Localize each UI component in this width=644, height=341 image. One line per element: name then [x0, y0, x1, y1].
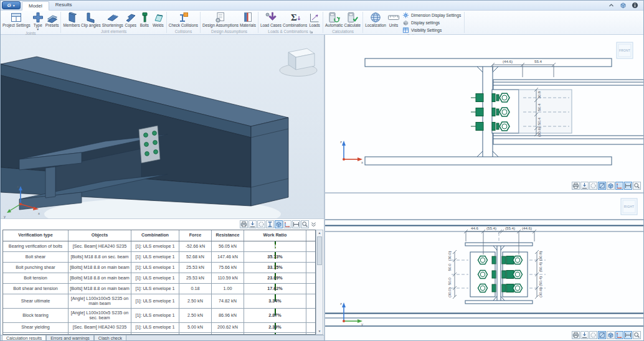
- dimension-toggle-button[interactable]: [624, 331, 632, 339]
- bolts-button[interactable]: Bolts: [138, 11, 151, 28]
- info-icon[interactable]: [632, 2, 638, 9]
- export-button[interactable]: [580, 182, 589, 190]
- button-label: Members: [63, 24, 80, 28]
- 3d-viewport[interactable]: z x y: [1, 35, 324, 218]
- clip-angles-button[interactable]: Clip angles: [80, 11, 102, 28]
- dimension-toggle-button[interactable]: [624, 182, 632, 190]
- gear-icon: [402, 12, 409, 19]
- right-view-toolbar: [572, 331, 641, 339]
- clip-angles-icon: [85, 11, 97, 24]
- type-button[interactable]: Type ▼: [31, 11, 45, 31]
- copes-button[interactable]: Copes: [124, 11, 138, 28]
- group-label: Calculations: [324, 29, 361, 34]
- button-label: Presets: [45, 24, 59, 28]
- collapse-panel-button[interactable]: [310, 220, 318, 228]
- export-button[interactable]: [249, 220, 257, 228]
- axis-view-button[interactable]: [615, 331, 623, 339]
- welds-button[interactable]: Welds: [151, 11, 165, 28]
- presets-button[interactable]: Presets: [45, 11, 60, 28]
- selection-circle-button[interactable]: [589, 182, 597, 190]
- table-row[interactable]: Bearing verification of bolts[Sec. Beam]…: [3, 241, 315, 252]
- main-member-outline: [365, 58, 612, 165]
- tab-clash-check[interactable]: Clash check: [94, 335, 126, 341]
- table-row[interactable]: Bolt punching shear[Bolts] M18 8.8 on ma…: [3, 263, 315, 273]
- col-work-ratio: Work Ratio: [244, 230, 306, 241]
- application-menu-button[interactable]: G ▼: [2, 1, 21, 9]
- shortenings-icon: [107, 11, 119, 24]
- table-row[interactable]: Block tearing[Angle] L100x100x5 S235 on …: [3, 309, 315, 323]
- tab-model[interactable]: Model: [22, 1, 49, 11]
- work-ratio-cell: 33.75%: [244, 263, 306, 273]
- tab-errors-and-warnings[interactable]: Errors and warnings: [46, 335, 94, 341]
- print-button[interactable]: [572, 331, 580, 339]
- section-view-button[interactable]: [598, 182, 606, 190]
- beam-section-button[interactable]: [266, 220, 274, 228]
- zoom-window-button[interactable]: [633, 182, 641, 190]
- ribbon-group-joint-elements: Members Clip angles Shortenings Copes Bo…: [61, 11, 166, 34]
- scroll-up-icon[interactable]: ▲: [318, 230, 321, 236]
- dim-label: 50.0: [447, 263, 452, 271]
- shortenings-button[interactable]: Shortenings: [102, 11, 124, 28]
- work-ratio-cell: 2.87%: [244, 309, 306, 322]
- dimension-toggle-button[interactable]: [292, 220, 300, 228]
- localization-icon: [369, 11, 382, 24]
- selection-circle-button[interactable]: [257, 220, 265, 228]
- collapse-ribbon-icon[interactable]: [608, 2, 615, 9]
- right-view-drawing: 44.6 (55.4) (55.4) (44.6) (30.0) 50.0 50…: [325, 194, 644, 341]
- solid-view-button[interactable]: [275, 220, 283, 228]
- dialog-launcher-icon[interactable]: [310, 30, 313, 34]
- members-button[interactable]: Members: [62, 11, 80, 28]
- combinations-button[interactable]: Σ Combinations: [282, 11, 308, 28]
- project-settings-button[interactable]: Project Settings: [2, 11, 31, 28]
- solid-view-button[interactable]: [607, 331, 615, 339]
- button-label: Load Cases: [260, 24, 282, 28]
- dim-label: (50.4): [538, 262, 542, 272]
- check-collisions-button[interactable]: Check Collisions: [168, 11, 199, 28]
- dim-label: (30.6): [538, 287, 542, 297]
- table-row[interactable]: Shear yielding[Sec. Beam] HEA240 S235[1]…: [3, 323, 315, 333]
- table-row[interactable]: Shear ultimate[Angle] L100x100x5 S235 on…: [3, 294, 315, 309]
- front-view-panel[interactable]: (44.6) 55.4 30.8 50.4 50.4 (30.6) FRONT: [325, 35, 644, 192]
- zoom-window-button[interactable]: [633, 331, 641, 339]
- addins-icon[interactable]: [620, 2, 627, 9]
- automatic-button[interactable]: Automatic: [324, 11, 343, 28]
- axis-x-label: x: [38, 212, 40, 215]
- table-row[interactable]: Bolt shear and tension[Bolts] M18 8.8 on…: [3, 284, 315, 294]
- design-assumptions-button[interactable]: Design Assumptions: [202, 11, 239, 28]
- solid-view-button[interactable]: [607, 182, 615, 190]
- axis-view-button[interactable]: [615, 182, 623, 190]
- selection-circle-button[interactable]: [589, 331, 597, 339]
- load-cases-button[interactable]: Load Cases: [260, 11, 282, 28]
- scrollbar-thumb[interactable]: [317, 236, 322, 265]
- table-row[interactable]: Bolt tension[Bolts] M18 8.8 on main beam…: [3, 273, 315, 284]
- view-orientation-badge[interactable]: FRONT: [617, 42, 633, 58]
- tab-calculation-results[interactable]: Calculation results: [2, 335, 46, 341]
- print-button[interactable]: [240, 220, 248, 228]
- table-scrollbar[interactable]: ▲ ▼: [316, 230, 323, 335]
- print-button[interactable]: [572, 182, 580, 190]
- calculate-button[interactable]: Calculate: [344, 11, 362, 28]
- ribbon-tab-bar: G ▼ Model Results: [1, 1, 643, 11]
- zoom-window-button[interactable]: [301, 220, 309, 228]
- units-button[interactable]: Units: [387, 11, 400, 28]
- export-button[interactable]: [580, 331, 589, 339]
- localization-button[interactable]: Localization: [364, 11, 387, 28]
- loads-button[interactable]: Loads: [308, 11, 321, 28]
- scroll-down-icon[interactable]: ▼: [318, 329, 321, 334]
- table-row[interactable]: Bolt shear[Bolts] M18 8.8 on sec. beam[1…: [3, 252, 315, 263]
- right-view-panel[interactable]: 44.6 (55.4) (55.4) (44.6) (30.0) 50.0 50…: [325, 194, 644, 341]
- dim-label: 50.0: [447, 277, 452, 285]
- section-view-button[interactable]: [598, 331, 606, 339]
- display-settings-item[interactable]: Display settings: [400, 19, 463, 26]
- tab-results[interactable]: Results: [49, 1, 78, 10]
- options-settings-stack: Dimension Display Settings Display setti…: [400, 11, 463, 34]
- dimension-display-settings-item[interactable]: Dimension Display Settings: [400, 12, 463, 19]
- presets-icon: [46, 11, 59, 24]
- col-spacer: [306, 230, 315, 241]
- materials-button[interactable]: Materials: [239, 11, 257, 28]
- results-table-toolbar: [1, 218, 324, 230]
- axis-view-button[interactable]: [283, 220, 291, 228]
- bottom-tab-bar: Calculation results Errors and warnings …: [1, 335, 324, 341]
- visibility-settings-item[interactable]: Visibility Settings: [400, 27, 463, 34]
- view-orientation-badge[interactable]: RIGHT: [621, 199, 637, 215]
